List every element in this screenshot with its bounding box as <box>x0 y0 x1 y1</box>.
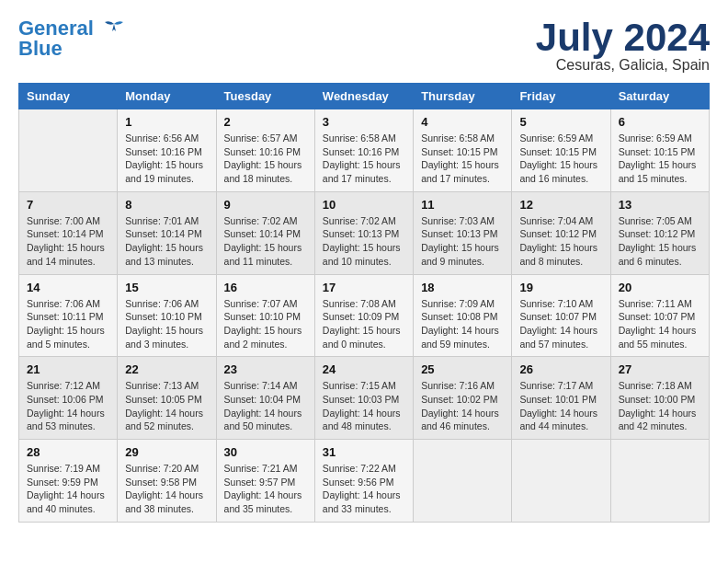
day-info: Sunrise: 7:07 AM Sunset: 10:10 PM Daylig… <box>224 297 307 351</box>
calendar-cell: 15Sunrise: 7:06 AM Sunset: 10:10 PM Dayl… <box>118 274 216 357</box>
calendar-cell: 11Sunrise: 7:03 AM Sunset: 10:13 PM Dayl… <box>414 191 512 274</box>
day-info: Sunrise: 7:03 AM Sunset: 10:13 PM Daylig… <box>421 214 504 269</box>
calendar-cell: 22Sunrise: 7:13 AM Sunset: 10:05 PM Dayl… <box>118 357 216 440</box>
day-info: Sunrise: 7:09 AM Sunset: 10:08 PM Daylig… <box>421 297 504 351</box>
calendar-cell: 5Sunrise: 6:59 AM Sunset: 10:15 PM Dayli… <box>512 109 610 192</box>
day-info: Sunrise: 7:00 AM Sunset: 10:14 PM Daylig… <box>27 214 109 269</box>
day-number: 2 <box>224 115 307 129</box>
day-number: 17 <box>323 281 405 294</box>
calendar-cell <box>19 109 118 192</box>
day-number: 25 <box>421 362 504 376</box>
day-info: Sunrise: 7:15 AM Sunset: 10:03 PM Daylig… <box>323 379 405 433</box>
day-info: Sunrise: 7:18 AM Sunset: 10:00 PM Daylig… <box>619 379 701 433</box>
weekday-header: Wednesday <box>314 84 413 109</box>
day-number: 22 <box>125 362 208 376</box>
day-info: Sunrise: 7:01 AM Sunset: 10:14 PM Daylig… <box>125 214 208 269</box>
title-block: July 2024 Cesuras, Galicia, Spain <box>536 18 710 74</box>
day-number: 13 <box>619 198 701 212</box>
day-number: 31 <box>323 445 405 459</box>
calendar-cell: 29Sunrise: 7:20 AM Sunset: 9:58 PM Dayli… <box>118 440 216 523</box>
day-number: 18 <box>421 281 504 294</box>
day-info: Sunrise: 7:21 AM Sunset: 9:57 PM Dayligh… <box>224 462 307 516</box>
day-info: Sunrise: 7:12 AM Sunset: 10:06 PM Daylig… <box>27 379 109 433</box>
day-info: Sunrise: 6:59 AM Sunset: 10:15 PM Daylig… <box>619 132 701 186</box>
day-number: 30 <box>224 445 307 459</box>
day-number: 12 <box>519 198 602 212</box>
day-info: Sunrise: 7:06 AM Sunset: 10:10 PM Daylig… <box>125 297 208 351</box>
day-number: 4 <box>421 115 504 129</box>
weekday-header: Sunday <box>19 84 118 109</box>
calendar-cell: 4Sunrise: 6:58 AM Sunset: 10:15 PM Dayli… <box>414 109 512 192</box>
weekday-header: Thursday <box>414 84 512 109</box>
calendar-cell: 25Sunrise: 7:16 AM Sunset: 10:02 PM Dayl… <box>414 357 512 440</box>
calendar-cell: 13Sunrise: 7:05 AM Sunset: 10:12 PM Dayl… <box>610 191 709 274</box>
day-info: Sunrise: 7:08 AM Sunset: 10:09 PM Daylig… <box>323 297 405 351</box>
calendar-cell: 3Sunrise: 6:58 AM Sunset: 10:16 PM Dayli… <box>314 109 413 192</box>
day-number: 5 <box>519 115 602 129</box>
logo-text: General <box>18 18 127 39</box>
day-info: Sunrise: 7:13 AM Sunset: 10:05 PM Daylig… <box>125 379 208 433</box>
calendar-cell <box>414 440 512 523</box>
calendar-cell: 6Sunrise: 6:59 AM Sunset: 10:15 PM Dayli… <box>610 109 709 192</box>
day-number: 28 <box>27 445 109 459</box>
calendar-cell: 10Sunrise: 7:02 AM Sunset: 10:13 PM Dayl… <box>314 191 413 274</box>
day-info: Sunrise: 7:06 AM Sunset: 10:11 PM Daylig… <box>27 297 109 351</box>
day-number: 24 <box>323 362 405 376</box>
weekday-header: Monday <box>118 84 216 109</box>
day-info: Sunrise: 7:14 AM Sunset: 10:04 PM Daylig… <box>224 379 307 433</box>
calendar-cell: 14Sunrise: 7:06 AM Sunset: 10:11 PM Dayl… <box>19 274 118 357</box>
day-number: 16 <box>224 281 307 294</box>
day-info: Sunrise: 7:02 AM Sunset: 10:13 PM Daylig… <box>323 214 405 269</box>
weekday-header: Friday <box>512 84 610 109</box>
day-number: 27 <box>619 362 701 376</box>
day-info: Sunrise: 7:19 AM Sunset: 9:59 PM Dayligh… <box>27 462 109 516</box>
day-info: Sunrise: 6:59 AM Sunset: 10:15 PM Daylig… <box>519 132 602 186</box>
day-info: Sunrise: 6:57 AM Sunset: 10:16 PM Daylig… <box>224 132 307 186</box>
calendar-cell <box>610 440 709 523</box>
weekday-header: Tuesday <box>216 84 314 109</box>
month-title: July 2024 <box>536 18 710 57</box>
calendar-cell: 18Sunrise: 7:09 AM Sunset: 10:08 PM Dayl… <box>414 274 512 357</box>
calendar-cell: 27Sunrise: 7:18 AM Sunset: 10:00 PM Dayl… <box>610 357 709 440</box>
day-info: Sunrise: 7:20 AM Sunset: 9:58 PM Dayligh… <box>125 462 208 516</box>
day-info: Sunrise: 6:56 AM Sunset: 10:16 PM Daylig… <box>125 132 208 186</box>
calendar-cell: 17Sunrise: 7:08 AM Sunset: 10:09 PM Dayl… <box>314 274 413 357</box>
calendar-cell: 20Sunrise: 7:11 AM Sunset: 10:07 PM Dayl… <box>610 274 709 357</box>
day-number: 20 <box>619 281 701 294</box>
day-number: 15 <box>125 281 208 294</box>
calendar-cell: 23Sunrise: 7:14 AM Sunset: 10:04 PM Dayl… <box>216 357 314 440</box>
day-number: 9 <box>224 198 307 212</box>
calendar-cell: 7Sunrise: 7:00 AM Sunset: 10:14 PM Dayli… <box>19 191 118 274</box>
logo-blue: Blue <box>18 39 63 59</box>
day-info: Sunrise: 6:58 AM Sunset: 10:16 PM Daylig… <box>323 132 405 186</box>
calendar-cell: 8Sunrise: 7:01 AM Sunset: 10:14 PM Dayli… <box>118 191 216 274</box>
day-info: Sunrise: 7:11 AM Sunset: 10:07 PM Daylig… <box>619 297 701 351</box>
calendar-cell <box>512 440 610 523</box>
calendar-cell: 1Sunrise: 6:56 AM Sunset: 10:16 PM Dayli… <box>118 109 216 192</box>
calendar-cell: 9Sunrise: 7:02 AM Sunset: 10:14 PM Dayli… <box>216 191 314 274</box>
day-number: 8 <box>125 198 208 212</box>
day-info: Sunrise: 6:58 AM Sunset: 10:15 PM Daylig… <box>421 132 504 186</box>
day-info: Sunrise: 7:02 AM Sunset: 10:14 PM Daylig… <box>224 214 307 269</box>
day-number: 1 <box>125 115 208 129</box>
calendar-table: SundayMondayTuesdayWednesdayThursdayFrid… <box>18 83 710 523</box>
day-number: 23 <box>224 362 307 376</box>
day-info: Sunrise: 7:04 AM Sunset: 10:12 PM Daylig… <box>519 214 602 269</box>
day-number: 7 <box>27 198 109 212</box>
day-info: Sunrise: 7:17 AM Sunset: 10:01 PM Daylig… <box>519 379 602 433</box>
calendar-cell: 28Sunrise: 7:19 AM Sunset: 9:59 PM Dayli… <box>19 440 118 523</box>
location: Cesuras, Galicia, Spain <box>536 57 710 74</box>
calendar-cell: 21Sunrise: 7:12 AM Sunset: 10:06 PM Dayl… <box>19 357 118 440</box>
logo-bird-icon <box>101 20 127 39</box>
day-number: 10 <box>323 198 405 212</box>
day-number: 19 <box>519 281 602 294</box>
page-header: General Blue July 2024 Cesuras, Galicia,… <box>18 18 710 74</box>
calendar-cell: 31Sunrise: 7:22 AM Sunset: 9:56 PM Dayli… <box>314 440 413 523</box>
calendar-cell: 16Sunrise: 7:07 AM Sunset: 10:10 PM Dayl… <box>216 274 314 357</box>
day-number: 11 <box>421 198 504 212</box>
weekday-header: Saturday <box>610 84 709 109</box>
calendar-cell: 12Sunrise: 7:04 AM Sunset: 10:12 PM Dayl… <box>512 191 610 274</box>
day-info: Sunrise: 7:22 AM Sunset: 9:56 PM Dayligh… <box>323 462 405 516</box>
day-number: 14 <box>27 281 109 294</box>
day-info: Sunrise: 7:16 AM Sunset: 10:02 PM Daylig… <box>421 379 504 433</box>
